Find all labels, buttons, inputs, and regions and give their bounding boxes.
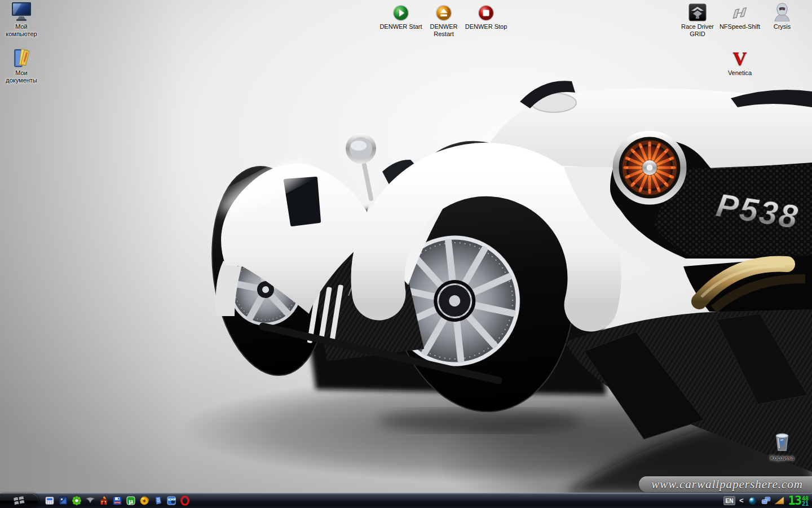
svg-text:KMP: KMP [168, 498, 176, 501]
clock-hours: 13 [788, 494, 801, 507]
desktop-icon-nfspeed-shift[interactable]: NFSpeed-Shift [717, 1, 762, 30]
tray-collapse-chevron[interactable]: < [739, 496, 744, 505]
desktop-screen: P538 [0, 0, 812, 508]
car-exhaust [683, 256, 812, 316]
desktop-icon-race-driver-grid[interactable]: Race Driver GRID [675, 1, 720, 38]
start-button[interactable] [0, 493, 38, 508]
taskbar-clock[interactable]: 13 48 21 [788, 494, 809, 507]
system-tray: EN < [723, 494, 812, 507]
quicklaunch-download-manager-icon[interactable] [98, 496, 109, 506]
my-computer-icon [0, 1, 43, 21]
watermark-text: www.carwallpapershere.com [651, 478, 803, 492]
denwer-start-icon [379, 1, 422, 21]
quicklaunch-amber-orb-icon[interactable] [139, 496, 149, 506]
crysis-icon [760, 1, 805, 21]
race-driver-grid-icon [675, 1, 720, 21]
denwer-restart-icon [422, 1, 465, 21]
quicklaunch-kmplayer-icon[interactable]: KMP [166, 496, 176, 506]
desktop-icon-denwer-stop[interactable]: DENWER Stop [465, 1, 508, 30]
tray-network-icon[interactable] [761, 496, 771, 505]
icon-label: DENWER Stop [465, 23, 508, 30]
icon-label: NFSpeed-Shift [717, 23, 762, 30]
tray-orb-icon[interactable] [748, 496, 757, 505]
language-indicator[interactable]: EN [723, 496, 735, 505]
icon-label: DENWER Restart [422, 23, 465, 38]
quicklaunch-documents-icon[interactable] [152, 496, 163, 506]
quick-launch-bar: µ KMP [44, 496, 190, 506]
desktop-icon-my-computer[interactable]: Мой компьютер [0, 1, 43, 38]
icon-label: Crysis [760, 23, 805, 30]
svg-text:µ: µ [128, 498, 133, 505]
recycle-bin-icon [760, 432, 805, 453]
taskbar: µ KMP [0, 493, 812, 508]
wallpaper-car-image: P538 [0, 0, 812, 493]
icon-label: Мои документы [0, 69, 43, 84]
quicklaunch-icq-icon[interactable] [71, 496, 82, 506]
desktop-icon-denwer-start[interactable]: DENWER Start [379, 1, 422, 30]
wallpaper-svg: P538 [0, 0, 812, 493]
quicklaunch-phone-icon[interactable] [44, 496, 55, 506]
car-tail-light [613, 131, 686, 204]
desktop-icon-recycle-bin[interactable]: Корзина [760, 432, 805, 462]
clock-seconds: 21 [802, 501, 809, 506]
windows-flag-icon [13, 496, 25, 506]
desktop-icon-my-documents[interactable]: Мои документы [0, 47, 43, 84]
quicklaunch-media-player-icon[interactable] [58, 496, 68, 506]
quicklaunch-floppy-icon[interactable] [112, 496, 122, 506]
tray-volume-triangle-icon[interactable] [775, 496, 784, 505]
quicklaunch-wings-icon[interactable] [85, 496, 95, 506]
wallpaper-watermark: www.carwallpapershere.com [639, 476, 812, 492]
icon-label: DENWER Start [379, 23, 422, 30]
icon-label: Race Driver GRID [675, 23, 720, 38]
venetica-icon: V [717, 47, 762, 68]
icon-label: Venetica [717, 69, 762, 77]
desktop-icon-venetica[interactable]: V Venetica [717, 47, 762, 77]
icon-label: Корзина [760, 454, 805, 462]
quicklaunch-utorrent-icon[interactable]: µ [125, 496, 136, 506]
nfspeed-shift-icon [717, 1, 762, 21]
my-documents-icon [0, 47, 43, 68]
denwer-stop-icon [465, 1, 508, 21]
desktop-icon-crysis[interactable]: Crysis [760, 1, 805, 30]
desktop-icon-denwer-restart[interactable]: DENWER Restart [422, 1, 465, 38]
icon-label: Мой компьютер [0, 23, 43, 38]
quicklaunch-opera-icon[interactable] [179, 496, 190, 506]
